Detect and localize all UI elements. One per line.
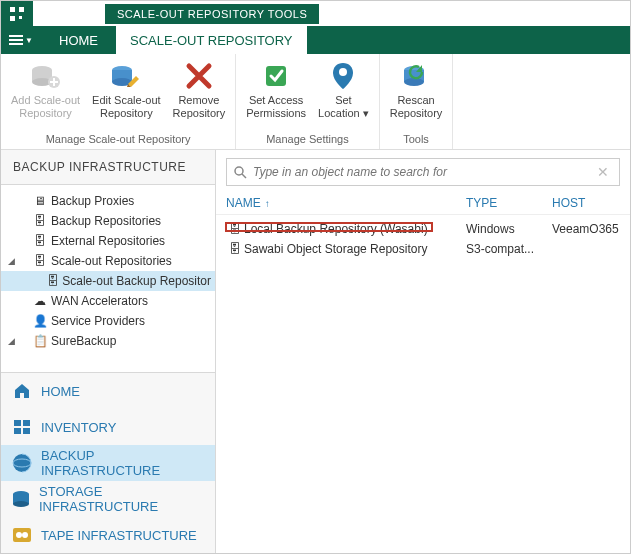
svg-rect-19 bbox=[23, 428, 30, 434]
nav-inventory[interactable]: INVENTORY bbox=[1, 409, 215, 445]
set-access-permissions-button[interactable]: Set Access Permissions bbox=[240, 56, 312, 122]
column-header-type[interactable]: TYPE bbox=[466, 196, 552, 210]
object-storage-icon: 🗄 bbox=[226, 242, 244, 256]
tree-scaleout-repositories[interactable]: ◢🗄Scale-out Repositories bbox=[1, 251, 215, 271]
svg-rect-16 bbox=[14, 420, 21, 426]
svg-point-28 bbox=[235, 167, 243, 175]
nav-backup-infrastructure[interactable]: BACKUP INFRASTRUCTURE bbox=[1, 445, 215, 481]
add-repository-icon bbox=[30, 60, 62, 92]
scaleout-child-icon: 🗄 bbox=[46, 274, 60, 288]
svg-rect-3 bbox=[19, 16, 22, 19]
edit-repository-icon bbox=[110, 60, 142, 92]
surebackup-icon: 📋 bbox=[31, 334, 49, 348]
ribbon-group-settings-label: Manage Settings bbox=[240, 131, 375, 147]
edit-scaleout-repository-button[interactable]: Edit Scale-out Repository bbox=[86, 56, 166, 122]
nav-tape-infrastructure[interactable]: TAPE INFRASTRUCTURE bbox=[1, 517, 215, 553]
rescan-icon bbox=[400, 60, 432, 92]
repository-icon: 🗄 bbox=[31, 214, 49, 228]
location-icon bbox=[327, 60, 359, 92]
svg-rect-11 bbox=[266, 66, 286, 86]
sort-asc-icon: ↑ bbox=[265, 198, 270, 209]
clear-search-icon[interactable]: ✕ bbox=[593, 164, 613, 180]
external-repo-icon: 🗄 bbox=[31, 234, 49, 248]
app-qr-icon bbox=[1, 1, 33, 26]
nav-home[interactable]: HOME bbox=[1, 373, 215, 409]
proxy-icon: 🖥 bbox=[31, 194, 49, 208]
tree-external-repositories[interactable]: 🗄External Repositories bbox=[1, 231, 215, 251]
contextual-tab-label: SCALE-OUT REPOSITORY TOOLS bbox=[105, 4, 319, 24]
scaleout-icon: 🗄 bbox=[31, 254, 49, 268]
svg-point-12 bbox=[339, 68, 347, 76]
backup-infra-icon bbox=[11, 452, 33, 474]
search-bar[interactable]: ✕ bbox=[226, 158, 620, 186]
svg-point-27 bbox=[22, 532, 28, 538]
remove-repository-button[interactable]: Remove Repository bbox=[167, 56, 232, 122]
tree-surebackup[interactable]: ◢📋SureBackup bbox=[1, 331, 215, 351]
search-icon bbox=[233, 165, 247, 179]
svg-point-26 bbox=[16, 532, 22, 538]
tree-scaleout-backup-repository[interactable]: 🗄Scale-out Backup Repositor bbox=[1, 271, 215, 291]
cloud-icon: ☁ bbox=[31, 294, 49, 308]
add-scaleout-repository-button: Add Scale-out Repository bbox=[5, 56, 86, 122]
column-header-host[interactable]: HOST bbox=[552, 196, 620, 210]
tree-backup-repositories[interactable]: 🗄Backup Repositories bbox=[1, 211, 215, 231]
collapse-icon[interactable]: ◢ bbox=[5, 256, 17, 266]
nav-storage-infrastructure[interactable]: STORAGE INFRASTRUCTURE bbox=[1, 481, 215, 517]
permissions-icon bbox=[260, 60, 292, 92]
tree-service-providers[interactable]: 👤Service Providers bbox=[1, 311, 215, 331]
svg-point-15 bbox=[404, 78, 424, 86]
search-input[interactable] bbox=[247, 165, 593, 179]
tree-backup-proxies[interactable]: 🖥Backup Proxies bbox=[1, 191, 215, 211]
highlight-annotation bbox=[225, 222, 433, 232]
tab-scaleout-repository[interactable]: SCALE-OUT REPOSITORY bbox=[116, 26, 307, 54]
infrastructure-tree[interactable]: 🖥Backup Proxies 🗄Backup Repositories 🗄Ex… bbox=[1, 185, 215, 372]
storage-infra-icon bbox=[11, 488, 31, 510]
svg-rect-2 bbox=[10, 16, 15, 21]
service-provider-icon: 👤 bbox=[31, 314, 49, 328]
grid-row[interactable]: 🗄 Sawabi Object Storage Repository S3-co… bbox=[226, 239, 620, 259]
inventory-icon bbox=[11, 416, 33, 438]
remove-icon bbox=[183, 60, 215, 92]
svg-point-24 bbox=[13, 501, 29, 507]
svg-rect-0 bbox=[10, 7, 15, 12]
tree-wan-accelerators[interactable]: ☁WAN Accelerators bbox=[1, 291, 215, 311]
rescan-repository-button[interactable]: Rescan Repository bbox=[384, 56, 449, 122]
column-header-name[interactable]: NAME ↑ bbox=[226, 196, 466, 210]
collapse-icon[interactable]: ◢ bbox=[5, 336, 17, 346]
svg-rect-17 bbox=[23, 420, 30, 426]
home-icon bbox=[11, 380, 33, 402]
tape-infra-icon bbox=[11, 524, 33, 546]
ribbon-group-tools-label: Tools bbox=[384, 131, 449, 147]
svg-rect-1 bbox=[19, 7, 24, 12]
menu-dropdown-button[interactable]: ▼ bbox=[1, 26, 41, 54]
svg-rect-18 bbox=[14, 428, 21, 434]
set-location-button[interactable]: Set Location ▾ bbox=[312, 56, 375, 122]
tab-home[interactable]: HOME bbox=[41, 26, 116, 54]
ribbon-group-manage-label: Manage Scale-out Repository bbox=[5, 131, 231, 147]
sidebar-title: BACKUP INFRASTRUCTURE bbox=[1, 150, 215, 185]
